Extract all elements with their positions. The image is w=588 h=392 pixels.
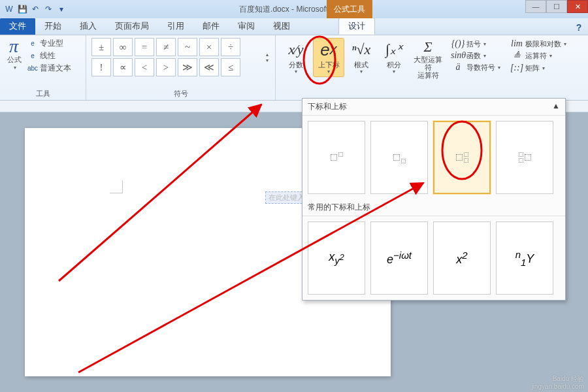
btn-linear[interactable]: e 线性 [27,50,71,61]
window-controls: — ☐ ✕ [525,0,588,13]
tab-layout[interactable]: 页面布局 [106,18,158,35]
linear-icon: e [27,51,38,61]
group-tools: π 公式 ▾ e 专业型 e 线性 abc 普通文本 工具 [0,35,86,100]
sym-tilde[interactable]: ~ [178,38,197,56]
struct-radical[interactable]: ⁿ√x 根式 ▾ [346,38,377,77]
word-icon: W [3,3,15,15]
struct-fraction[interactable]: x⁄y 分数 ▾ [280,38,312,77]
help-icon[interactable]: ? [570,20,588,35]
dd-subscript[interactable] [370,121,428,194]
pi-icon: π [5,38,22,55]
struct-integral[interactable]: ∫ₓˣ 积分 ▾ [378,38,410,77]
function-icon: sinθ [451,50,465,61]
sym-neq[interactable]: ≠ [156,38,176,56]
sym-equal[interactable]: = [135,38,154,56]
symbol-grid: ± ∞ = ≠ ~ × ÷ ! ∝ < > ≫ ≪ ≤ [91,38,262,76]
struct-limit[interactable]: lim 极限和对数▾ [510,39,566,49]
dd-supersub[interactable] [433,121,491,194]
tab-home[interactable]: 开始 [35,18,71,35]
tab-mail[interactable]: 邮件 [193,18,229,35]
chevron-down-icon: ▾ [393,69,395,74]
dd-grid-1 [302,116,565,199]
matrix-icon: [::] [510,63,524,73]
sym-times[interactable]: × [199,38,219,56]
dd-scroll-up-icon[interactable]: ▲ [552,101,560,112]
limit-icon: lim [510,39,524,49]
group-symbols: ± ∞ = ≠ ~ × ÷ ! ∝ < > ≫ ≪ ≤ ▴▾ 符号 [86,35,276,100]
chevron-down-icon: ▾ [360,69,363,74]
ribbon-tabs: 文件 开始 插入 页面布局 引用 邮件 审阅 视图 设计 ? [0,18,588,35]
integral-icon: ∫ₓˣ [385,39,402,61]
dd-section-2: 常用的下标和上标 [308,202,370,213]
maximize-icon[interactable]: ☐ [546,0,567,13]
dd-common-3[interactable]: n1Y [496,221,553,295]
btn-professional[interactable]: e 专业型 [27,38,71,49]
tab-review[interactable]: 审阅 [229,18,264,35]
struct-accent[interactable]: ä 导数符号▾ [451,62,500,73]
chevron-down-icon: ▾ [295,69,297,74]
chevron-down-icon[interactable]: ▾ [14,65,16,71]
tab-view[interactable]: 视图 [264,18,299,35]
minimize-icon[interactable]: — [525,0,546,13]
close-icon[interactable]: ✕ [567,0,588,13]
sym-infinity[interactable]: ∞ [113,38,133,56]
sym-excl[interactable]: ! [91,58,111,76]
sym-plusminus[interactable]: ± [91,38,111,56]
struct-operator[interactable]: ≜ 运算符▾ [510,50,566,61]
qat-save-icon[interactable]: 💾 [16,3,28,15]
chevron-down-icon: ▾ [327,69,330,74]
struct-matrix[interactable]: [::] 矩阵▾ [510,63,566,73]
tab-file[interactable]: 文件 [0,18,35,35]
struct-script[interactable]: ex 上下标 ▾ [313,38,344,77]
tab-design[interactable]: 设计 [338,18,375,35]
dd-common-0[interactable]: xy2 [308,221,365,295]
sym-muchlt[interactable]: ≪ [199,58,219,76]
formula-button[interactable]: 公式 [7,55,22,65]
struct-bracket[interactable]: {()} 括号▾ [451,39,500,49]
radical-icon: ⁿ√x [352,39,371,61]
sym-le[interactable]: ≤ [221,58,240,76]
struct-largeop[interactable]: Σ 大型运算符运算符 [411,38,445,77]
group-structures: x⁄y 分数 ▾ ex 上下标 ▾ ⁿ√x 根式 ▾ ∫ₓˣ 积分 ▾ Σ 大型 [276,35,588,100]
ribbon: π 公式 ▾ e 专业型 e 线性 abc 普通文本 工具 [0,35,588,101]
group-label-tools: 工具 [5,88,80,99]
qat-customize-icon[interactable]: ▾ [56,3,67,15]
fraction-icon: x⁄y [288,39,303,61]
qat-undo-icon[interactable]: ↶ [29,3,41,15]
dd-common-2[interactable]: x2 [433,221,491,295]
tab-ref[interactable]: 引用 [158,18,193,35]
tab-insert[interactable]: 插入 [71,18,106,35]
dd-leftsubsup[interactable] [496,121,553,194]
dd-common-1[interactable]: e−iωt [370,221,428,295]
dd-grid-2: xy2 e−iωt x2 n1Y [302,216,565,300]
pro-icon: e [27,39,38,49]
sym-lt[interactable]: < [135,58,154,76]
sym-gt[interactable]: > [156,58,176,76]
titlebar: W 💾 ↶ ↷ ▾ 百度知道.docx - Microsoft Word 公式工… [0,0,588,18]
btn-plain-text[interactable]: abc 普通文本 [27,63,71,74]
margin-mark [110,180,123,193]
symbols-more-icon[interactable]: ▴▾ [264,38,270,76]
dd-section-1: 下标和上标 [308,101,347,112]
abc-icon: abc [27,63,38,74]
group-label-symbols: 符号 [91,88,270,99]
watermark: Baidu 经验 jingyan.baidu.com [531,375,584,391]
sigma-icon: Σ [423,39,432,56]
sym-muchgt[interactable]: ≫ [178,58,197,76]
contextual-tab-equation-tools[interactable]: 公式工具 [327,0,372,18]
sym-propto[interactable]: ∝ [113,58,133,76]
dd-superscript[interactable] [308,121,365,194]
qat-redo-icon[interactable]: ↷ [42,3,54,15]
script-icon: ex [320,39,336,61]
operator-icon: ≜ [510,50,524,61]
sym-div[interactable]: ÷ [221,38,240,56]
quick-access-toolbar: W 💾 ↶ ↷ ▾ [0,3,71,15]
struct-function[interactable]: sinθ 函数▾ [451,50,500,61]
bracket-icon: {()} [451,39,465,49]
script-dropdown: 下标和上标 ▲ 常用的下标和上标 xy2 e−iωt x2 n1Y [302,98,566,301]
accent-icon: ä [451,62,465,73]
